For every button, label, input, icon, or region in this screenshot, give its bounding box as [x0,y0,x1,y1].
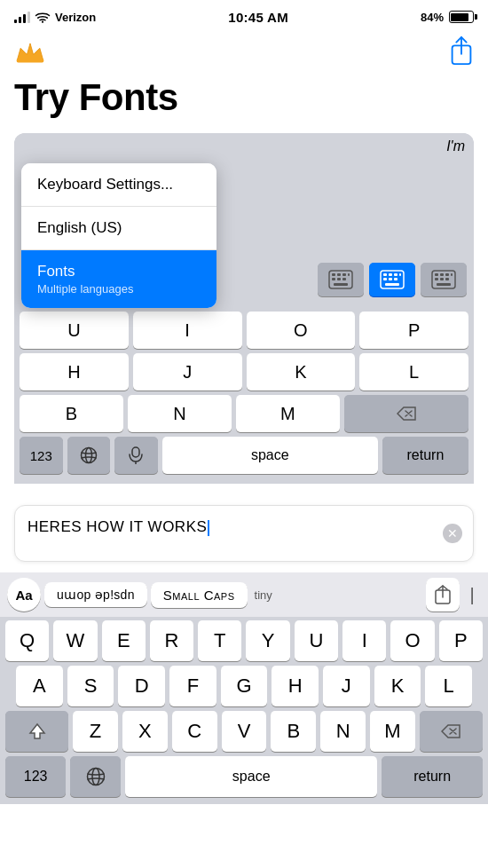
key-space[interactable]: space [162,437,378,474]
ckey-p[interactable]: P [439,620,483,661]
upside-down-button[interactable]: uɯop əp!sdn [44,582,147,607]
key-h[interactable]: H [20,353,129,391]
key-return[interactable]: return [382,437,468,474]
ckey-num[interactable]: 123 [5,756,66,797]
svg-rect-14 [389,273,392,276]
key-mic[interactable] [114,437,158,474]
svg-rect-16 [399,273,401,276]
share-button-keyboard[interactable] [426,578,460,612]
svg-rect-7 [348,273,350,276]
keyboard-icon-left[interactable] [318,263,364,296]
ckey-g[interactable]: G [221,666,268,706]
key-u[interactable]: U [20,312,129,349]
aa-button[interactable]: Aa [7,578,41,612]
ckey-w[interactable]: W [53,620,97,661]
ckey-u[interactable]: U [295,620,338,661]
ckey-space[interactable]: space [125,756,377,797]
key-p[interactable]: P [359,312,468,349]
ckey-j[interactable]: J [323,666,370,706]
svg-point-36 [92,769,99,785]
ckey-l[interactable]: L [425,666,472,706]
ckey-d[interactable]: D [118,666,165,706]
svg-point-30 [81,448,96,463]
suggestion-row: I'm [14,133,474,156]
key-globe[interactable] [67,437,111,474]
key-i[interactable]: I [133,312,242,349]
ckey-q[interactable]: Q [5,620,49,661]
ckey-delete[interactable] [420,711,483,752]
svg-rect-25 [451,273,453,276]
expand-icon[interactable]: | [463,578,481,612]
ckey-t[interactable]: T [198,620,241,661]
svg-rect-17 [383,278,387,280]
key-m[interactable]: M [236,395,340,432]
custom-keyboard-top-row: Aa uɯop əp!sdn Small Caps tiny | [0,572,488,617]
battery-percent: 84% [421,11,444,24]
custom-row-1: Q W E R T Y U I O P [5,620,483,661]
svg-rect-32 [132,447,139,457]
svg-rect-6 [342,273,346,276]
ckey-m[interactable]: M [370,711,415,752]
svg-rect-24 [445,273,449,276]
page-title: Try Fonts [0,73,488,133]
top-bar [0,32,488,73]
key-row-3: B N M [20,395,468,432]
ckey-n[interactable]: N [320,711,366,752]
key-k[interactable]: K [247,353,356,391]
custom-row-2: A S D F G H J K L [5,666,483,706]
custom-key-rows: Q W E R T Y U I O P A S D F G H J K L [0,617,488,752]
ckey-i[interactable]: I [342,620,386,661]
ckey-c[interactable]: C [172,711,217,752]
battery-icon [449,11,474,23]
dropdown-fonts[interactable]: Fonts Multiple languages [21,250,216,308]
delete-key[interactable] [344,395,468,432]
key-b[interactable]: B [20,395,123,432]
ckey-k[interactable]: K [374,666,421,706]
ckey-b[interactable]: B [271,711,316,752]
keyboard-icon-right[interactable] [421,263,467,296]
crown-icon [14,36,46,65]
ckey-globe[interactable] [70,756,121,797]
custom-keyboard: Aa uɯop əp!sdn Small Caps tiny | Q W E R… [0,572,488,804]
dropdown-english[interactable]: English (US) [21,207,216,250]
svg-point-31 [85,448,91,463]
ckey-e[interactable]: E [102,620,146,661]
keyboard-icon-middle[interactable] [369,263,415,296]
ckey-r[interactable]: R [150,620,193,661]
key-l[interactable]: L [359,353,468,391]
keyboard-dropdown[interactable]: Keyboard Settings... English (US) Fonts … [21,163,216,308]
ckey-o[interactable]: O [390,620,434,661]
ckey-v[interactable]: V [222,711,267,752]
ckey-s[interactable]: S [67,666,114,706]
svg-point-0 [42,21,43,23]
text-input-area[interactable]: HERES HOW IT WORKS ✕ [14,505,474,562]
ckey-x[interactable]: X [122,711,168,752]
ckey-y[interactable]: Y [246,620,289,661]
status-left: Verizon [14,11,96,24]
svg-rect-9 [337,278,341,280]
carrier-label: Verizon [55,11,96,24]
share-icon[interactable] [449,36,474,66]
ckey-z[interactable]: Z [73,711,118,752]
svg-rect-4 [332,273,335,276]
svg-rect-23 [440,273,444,276]
key-j[interactable]: J [133,353,242,391]
dropdown-keyboard-settings[interactable]: Keyboard Settings... [21,163,216,207]
svg-rect-19 [394,278,397,280]
ckey-f[interactable]: F [169,666,216,706]
key-123[interactable]: 123 [20,437,63,474]
key-n[interactable]: N [128,395,232,432]
status-bar: Verizon 10:45 AM 84% [0,0,488,32]
small-caps-button[interactable]: Small Caps [151,582,248,608]
ckey-shift[interactable] [5,711,68,752]
ckey-a[interactable]: A [16,666,63,706]
svg-rect-29 [437,283,451,286]
clear-button[interactable]: ✕ [443,524,462,543]
svg-rect-5 [337,273,341,276]
text-input-content: HERES HOW IT WORKS [28,518,207,535]
ckey-h[interactable]: H [272,666,319,706]
key-o[interactable]: O [247,312,356,349]
ckey-return[interactable]: return [382,756,483,797]
svg-rect-1 [17,59,44,63]
keyboard-section-top: I'm Keyboard Settings... English (US) Fo… [14,133,474,484]
